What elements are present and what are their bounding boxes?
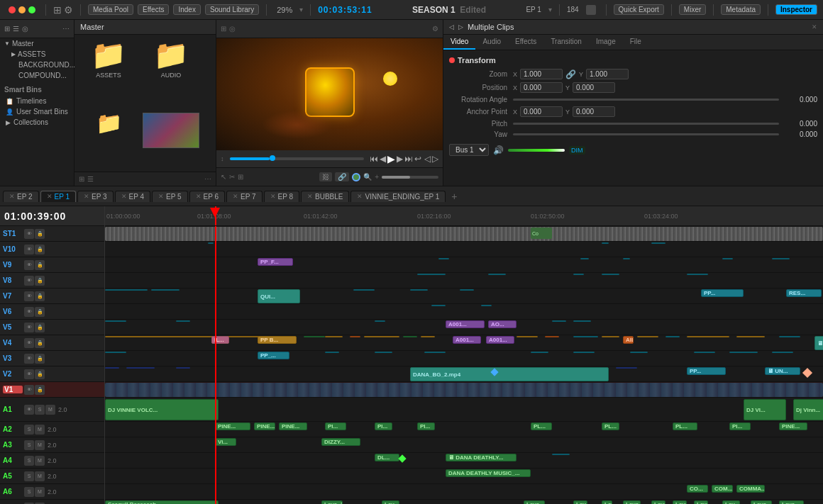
v5-clip5[interactable] xyxy=(573,320,591,322)
a1-dj-vinn-clip[interactable]: Dj Vinn... xyxy=(793,399,823,420)
a2-pl3[interactable]: PI... xyxy=(417,422,435,430)
a2-pl2[interactable]: PI... xyxy=(375,422,392,430)
step-forward-btn[interactable]: ▶ xyxy=(397,154,403,164)
v4-orange1[interactable] xyxy=(350,336,360,337)
v3-clip7[interactable] xyxy=(630,352,648,353)
v8-clip5[interactable] xyxy=(687,274,708,275)
index-btn[interactable]: Index xyxy=(173,4,200,15)
v3-clip9[interactable] xyxy=(729,352,758,353)
a3-s-icon[interactable]: S xyxy=(24,440,34,450)
close-btn[interactable] xyxy=(9,6,16,13)
skip-start-btn[interactable]: ⏮ xyxy=(370,154,378,164)
v8-clip1[interactable] xyxy=(417,274,446,275)
tab-transition[interactable]: Transition xyxy=(543,35,589,50)
tab-image[interactable]: Image xyxy=(589,35,623,50)
v9-teal3[interactable] xyxy=(623,258,630,259)
v7-clip-left[interactable] xyxy=(105,289,148,291)
v5-eye-icon[interactable]: 👁 xyxy=(24,323,34,332)
v4-teal2[interactable] xyxy=(665,336,680,337)
tab-audio[interactable]: Audio xyxy=(475,35,508,50)
v8-lock-icon[interactable]: 🔒 xyxy=(35,276,45,286)
zoom-in[interactable]: + xyxy=(375,173,379,181)
a7-lav8[interactable]: Lava... xyxy=(779,500,804,504)
v9-lock-icon[interactable]: 🔒 xyxy=(35,260,45,270)
link-xy-icon[interactable]: 🔗 xyxy=(565,69,576,79)
skip-end-btn[interactable]: ⏭ xyxy=(404,154,413,164)
preview-progress-bar[interactable] xyxy=(230,157,365,160)
v8-clip4[interactable] xyxy=(602,274,619,275)
v4-orange2[interactable] xyxy=(545,336,559,337)
a2-pl1[interactable]: PI... xyxy=(325,422,346,430)
v5-clip2[interactable] xyxy=(176,320,190,322)
a7-lav7[interactable]: Lav... xyxy=(722,500,740,504)
v2-lock-icon[interactable]: 🔒 xyxy=(35,369,45,379)
a7-lava2[interactable]: Lava_... xyxy=(524,500,545,504)
a7-lav5[interactable]: Lava_... xyxy=(673,500,687,504)
a1-eye-icon[interactable]: 👁 xyxy=(24,405,34,415)
preview-zoom[interactable]: ↕ xyxy=(221,155,224,162)
preview-settings-icon[interactable]: ⚙ xyxy=(432,25,438,33)
play-btn[interactable]: ▶ xyxy=(387,153,395,164)
v9-teal2[interactable] xyxy=(580,258,589,259)
v3-lock-icon[interactable]: 🔒 xyxy=(35,354,45,364)
a2-pine2[interactable]: PINE... xyxy=(254,422,275,430)
ep2-close-icon[interactable]: ✕ xyxy=(9,193,15,200)
v4-yellow1[interactable] xyxy=(325,336,343,337)
preview-view-icon[interactable]: ⊞ xyxy=(221,25,226,33)
v4-main-clip[interactable] xyxy=(105,336,275,337)
v9-pp-clip[interactable]: PP_F... xyxy=(258,258,293,266)
next-frame-btn[interactable]: ▷ xyxy=(432,154,438,164)
volume-track[interactable] xyxy=(508,149,565,152)
mp-icon1[interactable]: ⊞ xyxy=(79,175,84,183)
a2-pl4[interactable]: PL... xyxy=(531,422,552,430)
cursor-icon[interactable]: ↖ xyxy=(221,173,226,181)
mp-icon2[interactable]: ☰ xyxy=(87,175,94,183)
v7-res-clip[interactable]: RES... xyxy=(786,289,822,297)
a1-m-icon[interactable]: M xyxy=(45,405,55,415)
zoom-y-input[interactable]: 1.000 xyxy=(586,69,629,79)
a1-dj-clip[interactable]: DJ VINNIE VOLC... xyxy=(105,399,219,420)
a7-seagull[interactable]: Seagull Beeeeech ... xyxy=(105,500,219,504)
v6-clip1[interactable] xyxy=(431,305,446,306)
ep7-close-icon[interactable]: ✕ xyxy=(233,193,238,200)
v4-a001-3[interactable]: A001... xyxy=(453,336,481,344)
ep8-close-icon[interactable]: ✕ xyxy=(270,193,276,200)
ep1-close-icon[interactable]: ✕ xyxy=(47,193,53,200)
a6-co[interactable]: CO... xyxy=(687,485,708,493)
trim-icon[interactable]: ⊞ xyxy=(238,173,243,181)
a7-lav3[interactable]: Lav... xyxy=(602,500,612,504)
v4-il-clip[interactable]: IL... xyxy=(211,336,229,344)
v4-yellow2[interactable] xyxy=(364,336,399,337)
tree-assets[interactable]: ▶ ASSETS xyxy=(7,49,74,60)
rotation-slider[interactable] xyxy=(513,99,779,101)
tab-ep5[interactable]: ✕ EP 5 xyxy=(152,191,188,202)
v7-pp-right[interactable]: PP... xyxy=(701,289,744,297)
ep3-close-icon[interactable]: ✕ xyxy=(84,193,89,200)
tab-vinnie-ending[interactable]: ✕ VINNIE_ENDING_EP 1 xyxy=(350,191,446,202)
v10-clip2[interactable] xyxy=(602,242,609,244)
a2-m-icon[interactable]: M xyxy=(35,425,45,435)
v1-lock-icon[interactable]: 🔒 xyxy=(35,385,45,395)
zoom-dropdown[interactable]: ▾ xyxy=(299,6,303,13)
filter-icon[interactable]: ◎ xyxy=(22,25,28,33)
zoom-slider[interactable] xyxy=(382,176,438,179)
v10-lock-icon[interactable]: 🔒 xyxy=(35,245,45,254)
v4-a001-4[interactable]: A001... xyxy=(486,336,514,344)
st1-co-clip[interactable]: Co xyxy=(531,228,552,239)
ep6-close-icon[interactable]: ✕ xyxy=(196,193,201,200)
a7-lav2[interactable]: Lav_... xyxy=(573,500,587,504)
a7-lav6[interactable]: Lava_... xyxy=(694,500,708,504)
a4-teal[interactable] xyxy=(552,454,570,455)
tab-ep8[interactable]: ✕ EP 8 xyxy=(264,191,300,202)
v7-clip3[interactable] xyxy=(353,289,375,291)
tree-background[interactable]: BACKGROUND... xyxy=(7,60,74,70)
v4-teal1[interactable] xyxy=(573,336,598,337)
a2-pl6[interactable]: PL... xyxy=(673,422,697,430)
v8-clip2[interactable] xyxy=(488,274,506,275)
v4-teal3[interactable] xyxy=(779,336,800,337)
v5-lock-icon[interactable]: 🔒 xyxy=(35,323,45,332)
media-pool-btn[interactable]: Media Pool xyxy=(88,4,133,15)
a6-s-icon[interactable]: S xyxy=(24,487,34,497)
v6-clip2[interactable] xyxy=(481,305,492,306)
v2-dana-clip[interactable]: DANA_BG_2.mp4 xyxy=(410,367,609,381)
